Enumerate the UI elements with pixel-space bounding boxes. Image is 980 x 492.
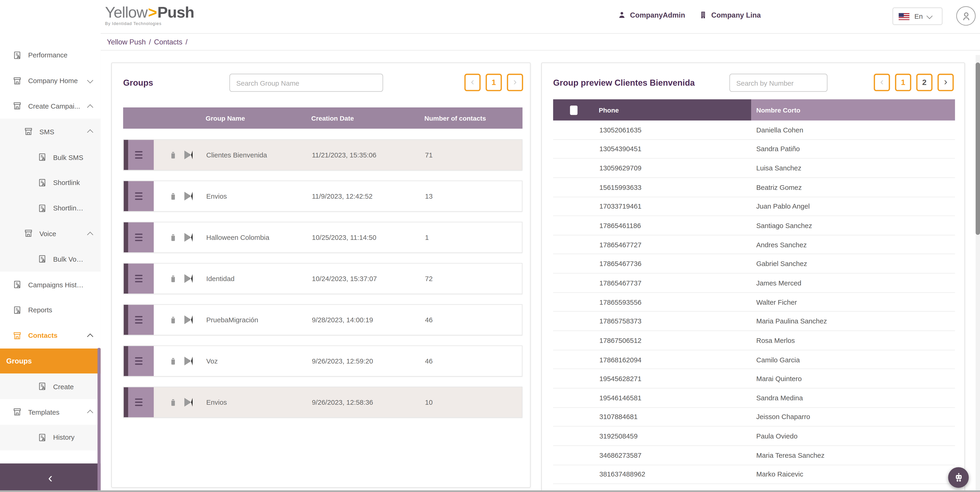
pagination-next-button[interactable]: › <box>938 74 954 91</box>
page-scrollbar-thumb[interactable] <box>975 62 980 235</box>
contact-row-marko-raicevic[interactable]: 381637488962Marko Raicevic <box>553 465 955 484</box>
send-to-group-button[interactable] <box>185 192 192 200</box>
group-row-voz[interactable]: Voz9/26/2023, 12:59:2046 <box>123 346 522 377</box>
delete-group-button[interactable] <box>169 191 177 202</box>
user-menu[interactable]: CompanyAdmin <box>617 11 685 19</box>
send-to-group-button[interactable] <box>185 274 192 283</box>
contact-name: Jeisson Chaparro <box>751 413 955 421</box>
delete-group-button[interactable] <box>169 232 177 243</box>
contact-row-daniella-cohen[interactable]: 13052061635Daniella Cohen <box>553 121 955 140</box>
breadcrumb-item-contacts[interactable]: Contacts <box>154 38 182 46</box>
group-contact-count: 1 <box>417 233 522 241</box>
drag-handle[interactable] <box>124 263 154 294</box>
contact-row-beatriz-gomez[interactable]: 15615993633Beatriz Gomez <box>553 178 955 197</box>
app-logo: Yellow>Push By Identidad Technologies <box>105 4 194 25</box>
trash-icon <box>169 397 177 408</box>
contact-row-camilo-garcia[interactable]: 17868162094Camilo Garcia <box>553 350 955 370</box>
sidebar-item-bulk-sms[interactable]: Bulk SMS <box>0 144 100 170</box>
contact-row-santiago-sanchez[interactable]: 17865461186Santiago Sanchez <box>553 216 955 235</box>
sidebar-item-reports[interactable]: Reports <box>0 297 100 323</box>
select-all-checkbox[interactable] <box>570 105 578 114</box>
send-to-group-button[interactable] <box>185 233 192 242</box>
storefront-icon <box>13 76 22 85</box>
sidebar-item-label: Create <box>53 383 100 390</box>
contact-row-juan-pablo-angel[interactable]: 17033719461Juan Pablo Angel <box>553 197 955 216</box>
delete-group-button[interactable] <box>169 149 177 160</box>
group-row-halloween-colombia[interactable]: Halloween Colombia10/25/2023, 11:14:501 <box>123 222 522 253</box>
contact-row-andres-sanchez[interactable]: 17865467727Andres Sanchez <box>553 235 955 255</box>
sidebar-item-groups[interactable]: Groups <box>0 348 100 374</box>
drag-handle[interactable] <box>124 305 154 335</box>
send-to-group-button[interactable] <box>185 315 192 324</box>
sidebar-item-history[interactable]: History <box>0 425 100 450</box>
sidebar-item-contacts[interactable]: Contacts <box>0 323 100 348</box>
pagination-next-button[interactable]: › <box>507 74 523 91</box>
group-search-input[interactable] <box>229 74 383 92</box>
sidebar-item-campaigns-history[interactable]: Campaigns History <box>0 272 100 297</box>
pagination-page-1[interactable]: 1 <box>485 74 502 91</box>
sidebar-item-performance[interactable]: Performance <box>0 42 100 68</box>
send-to-group-button[interactable] <box>185 357 192 365</box>
group-row-identidad[interactable]: Identidad10/24/2023, 15:37:0772 <box>123 263 522 294</box>
delete-group-button[interactable] <box>169 273 177 284</box>
avatar[interactable] <box>956 6 975 26</box>
company-menu[interactable]: Company Lina <box>699 11 761 19</box>
language-selector[interactable]: En <box>892 7 942 25</box>
drag-handle[interactable] <box>124 222 154 252</box>
contact-row-sandra-pati-o[interactable]: 13054390451Sandra Patiño <box>553 140 955 159</box>
contact-phone: 17867506512 <box>553 336 751 344</box>
contact-row-luisa-sanchez[interactable]: 13059629709Luisa Sanchez <box>553 159 955 178</box>
sidebar-item-bulk-voice[interactable]: Bulk Voice <box>0 246 100 272</box>
us-flag-icon <box>899 13 909 20</box>
contact-row-walter-ficher[interactable]: 17865593556Walter Ficher <box>553 293 955 312</box>
contact-row-sandra-medina[interactable]: 19546146581Sandra Medina <box>553 389 955 408</box>
drag-handle-icon <box>135 398 143 406</box>
drag-handle[interactable] <box>124 181 154 211</box>
group-row-envios[interactable]: Envios9/26/2023, 12:58:3610 <box>123 387 522 418</box>
contact-row-marai-quintero[interactable]: 19545628271Marai Quintero <box>553 369 955 389</box>
sidebar-collapse-button[interactable]: ‹ <box>0 463 100 492</box>
delete-group-button[interactable] <box>169 314 177 325</box>
sidebar-item-create[interactable]: Create <box>0 374 100 399</box>
sidebar-item-shortlink[interactable]: Shortlink <box>0 170 100 195</box>
column-header-nombre-corto: Nombre Corto <box>756 106 800 114</box>
contact-name: Santiago Sanchez <box>751 222 955 229</box>
contact-row-james-merced[interactable]: 17865467737James Merced <box>553 274 955 293</box>
group-row-pruebamigraci-n[interactable]: PruebaMigración9/28/2023, 14:00:1946 <box>123 304 522 335</box>
page-scrollbar[interactable] <box>975 55 980 492</box>
breadcrumb-item-yellow-push[interactable]: Yellow Push <box>107 38 146 46</box>
contact-row-maria-teresa-sanchez[interactable]: 34686273587Maria Teresa Sanchez <box>553 446 955 465</box>
sidebar-scrollbar-thumb[interactable] <box>97 348 100 491</box>
contact-name: Maria Teresa Sanchez <box>751 451 955 459</box>
send-to-group-button[interactable] <box>185 151 192 159</box>
pagination-page-1[interactable]: 1 <box>895 74 911 91</box>
drag-handle[interactable] <box>124 387 154 417</box>
contact-row-gabriel-sanchez[interactable]: 17865467736Gabriel Sanchez <box>553 254 955 274</box>
sidebar-item-voice[interactable]: Voice <box>0 221 100 246</box>
sidebar-item-shortlinks[interactable]: Shortlinks ... <box>0 195 100 221</box>
sidebar-item-sms[interactable]: SMS <box>0 119 100 144</box>
drag-handle-icon <box>135 316 143 324</box>
contact-row-jeisson-chaparro[interactable]: 3107884681Jeisson Chaparro <box>553 408 955 427</box>
number-search-input[interactable] <box>729 74 827 92</box>
contact-row-maria-paulina-sanchez[interactable]: 17865758373Maria Paulina Sanchez <box>553 312 955 331</box>
send-to-group-button[interactable] <box>185 398 192 406</box>
drag-handle[interactable] <box>124 346 154 376</box>
contact-row-rosa-merlos[interactable]: 17867506512Rosa Merlos <box>553 331 955 350</box>
pagination-prev-button[interactable]: ‹ <box>464 74 480 91</box>
sidebar-item-company-home[interactable]: Company Home <box>0 68 100 94</box>
group-row-envios[interactable]: Envios11/9/2023, 12:42:5213 <box>123 181 522 212</box>
sidebar-item-templates[interactable]: Templates <box>0 399 100 425</box>
contact-row-paula-oviedo[interactable]: 3192508459Paula Oviedo <box>553 427 955 446</box>
group-name: Envios <box>197 192 304 200</box>
window-bottom-edge <box>0 490 980 492</box>
pagination-page-2[interactable]: 2 <box>916 74 932 91</box>
delete-group-button[interactable] <box>169 397 177 408</box>
pagination-prev-button[interactable]: ‹ <box>873 74 890 91</box>
sidebar-item-create-campai[interactable]: Create Campai... <box>0 94 100 119</box>
chatbot-button[interactable] <box>948 467 969 488</box>
delete-group-button[interactable] <box>169 356 177 366</box>
drag-handle[interactable] <box>124 140 154 170</box>
group-row-clientes-bienvenida[interactable]: Clientes Bienvenida11/21/2023, 15:35:067… <box>123 140 522 171</box>
group-name: Identidad <box>197 275 304 282</box>
